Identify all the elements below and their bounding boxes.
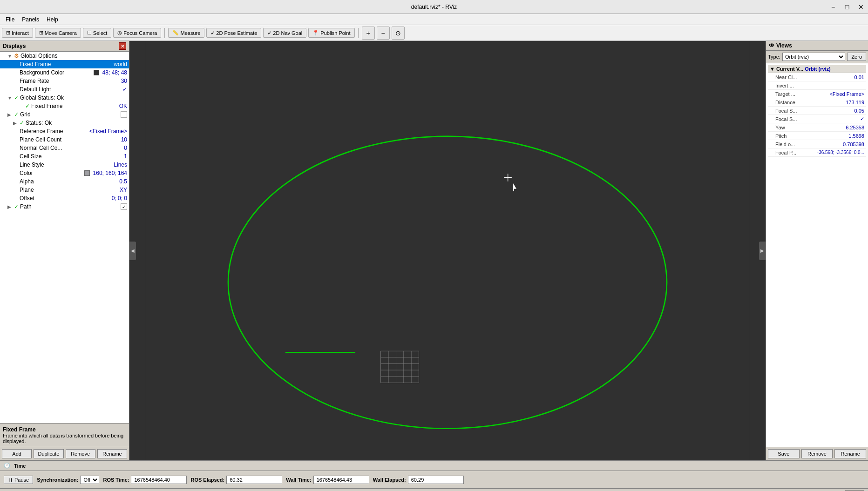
views-focal-point-item[interactable]: Focal P... -36.568; -3.3566; 0.0...: [768, 148, 866, 157]
settings-icon-button[interactable]: ⊙: [392, 27, 405, 40]
close-button[interactable]: ✕: [854, 0, 868, 14]
default-light-item[interactable]: Default Light ✓: [0, 85, 129, 94]
views-yaw-item[interactable]: Yaw 6.25358: [768, 123, 866, 132]
grid-ref-frame-item[interactable]: Reference Frame <Fixed Frame>: [0, 127, 129, 135]
remove-display-button[interactable]: Remove: [66, 449, 95, 458]
wall-time-value: 1676548464.43: [313, 476, 369, 484]
ros-time-section: ROS Time: 1676548464.40: [103, 476, 187, 484]
grid-ref-frame-label: Reference Frame: [20, 128, 88, 135]
measure-button[interactable]: 📏 Measure: [168, 28, 204, 38]
minimize-button[interactable]: −: [826, 0, 840, 14]
pose-estimate-button[interactable]: ➶ 2D Pose Estimate: [206, 28, 261, 38]
views-fov-item[interactable]: Field o... 0.785398: [768, 140, 866, 148]
pose-estimate-icon: ➶: [210, 30, 215, 36]
global-options-item[interactable]: ▼ ⚙ Global Options: [0, 52, 129, 60]
path-item[interactable]: ▶ ✓ Path ✓: [0, 202, 129, 211]
focus-camera-button[interactable]: ◎ Focus Camera: [113, 28, 161, 38]
rename-display-button[interactable]: Rename: [97, 449, 127, 458]
menu-file[interactable]: File: [2, 15, 18, 24]
grid-expand: ▶: [7, 112, 13, 117]
gs-ff-value: OK: [119, 103, 127, 109]
maximize-button[interactable]: □: [840, 0, 854, 14]
views-focal-shape-item[interactable]: Focal S... ✓: [768, 115, 866, 123]
normal-cell-count-label: Normal Cell Co...: [20, 145, 122, 151]
time-title: Time: [14, 463, 26, 469]
pause-icon: ⏸: [8, 477, 13, 483]
views-yaw-label: Yaw: [775, 125, 846, 130]
publish-point-label: Publish Point: [320, 30, 350, 36]
views-current-section[interactable]: ▼ Current V... Orbit (rviz): [768, 65, 866, 73]
grid-color-item[interactable]: Color 160; 160; 164: [0, 169, 129, 177]
offset-item[interactable]: Offset 0; 0; 0: [0, 194, 129, 202]
views-target-item[interactable]: Target ... <Fixed Frame>: [768, 90, 866, 98]
global-options-expand-icon: ▼: [7, 54, 13, 59]
views-invert-item[interactable]: Invert ...: [768, 81, 866, 90]
grid-color-label: Color: [20, 170, 84, 176]
publish-point-button[interactable]: 📍 Publish Point: [308, 28, 354, 38]
views-content: ▼ Current V... Orbit (rviz) Near Cl... 0…: [766, 63, 868, 447]
global-options-icon: ⚙: [14, 53, 19, 59]
interact-icon: ⊞: [6, 30, 10, 36]
views-zero-button[interactable]: Zero: [847, 53, 866, 61]
plane-item[interactable]: Plane XY: [0, 186, 129, 194]
status-title: Fixed Frame: [3, 426, 126, 433]
nav-goal-button[interactable]: ➶ 2D Nav Goal: [263, 28, 306, 38]
views-focal-size-item[interactable]: Focal S... 0.05: [768, 107, 866, 115]
global-status-fixed-frame-item[interactable]: ✓ Fixed Frame OK: [0, 102, 129, 110]
add-icon-button[interactable]: +: [362, 27, 375, 40]
views-near-clipping-value: 0.01: [854, 74, 864, 80]
grid-item[interactable]: ▶ ✓ Grid: [0, 110, 129, 119]
wall-elapsed-value: 60.29: [408, 476, 464, 484]
views-near-clipping-label: Near Cl...: [775, 74, 854, 80]
views-rename-button[interactable]: Rename: [834, 449, 866, 458]
views-focal-point-label: Focal P...: [775, 150, 817, 155]
views-remove-button[interactable]: Remove: [801, 449, 833, 458]
views-distance-item[interactable]: Distance 173.119: [768, 98, 866, 107]
time-panel: ⏸ Pause Synchronization: Off ROS Time: 1…: [0, 471, 868, 488]
collapse-right-button[interactable]: ▶: [759, 242, 766, 260]
grid-checkbox[interactable]: [121, 111, 127, 118]
cell-size-item[interactable]: Cell Size 1: [0, 152, 129, 161]
titlebar: default.rviz* - RViz − □ ✕: [0, 0, 868, 14]
grid-label: Grid: [20, 111, 121, 118]
views-pitch-item[interactable]: Pitch 1.5698: [768, 132, 866, 140]
path-label: Path: [20, 203, 121, 210]
global-status-check-icon: ✓: [14, 94, 19, 101]
views-distance-label: Distance: [775, 100, 846, 105]
views-near-clipping-item[interactable]: Near Cl... 0.01: [768, 73, 866, 81]
menu-panels[interactable]: Panels: [18, 15, 43, 24]
line-style-item[interactable]: Line Style Lines: [0, 161, 129, 169]
collapse-left-button[interactable]: ◀: [129, 242, 136, 260]
views-focal-shape-label: Focal S...: [775, 116, 860, 122]
path-expand: ▶: [7, 204, 13, 209]
fixed-frame-label: Fixed Frame: [20, 61, 112, 67]
interact-button[interactable]: ⊞ Interact: [2, 28, 33, 38]
alpha-item[interactable]: Alpha 0.5: [0, 177, 129, 186]
global-status-item[interactable]: ▼ ✓ Global Status: Ok: [0, 94, 129, 102]
grid-status-item[interactable]: ▶ ✓ Status: Ok: [0, 119, 129, 127]
duplicate-display-button[interactable]: Duplicate: [34, 449, 63, 458]
remove-icon-button[interactable]: −: [377, 27, 390, 40]
plane-cell-count-item[interactable]: Plane Cell Count 10: [0, 135, 129, 144]
fixed-frame-item[interactable]: Fixed Frame world: [0, 60, 129, 68]
views-target-value: <Fixed Frame>: [829, 91, 864, 97]
move-camera-button[interactable]: ⊞ Move Camera: [35, 28, 81, 38]
normal-cell-count-value: 0: [124, 145, 127, 151]
views-save-button[interactable]: Save: [768, 449, 800, 458]
add-display-button[interactable]: Add: [2, 449, 32, 458]
normal-cell-count-item[interactable]: Normal Cell Co... 0: [0, 144, 129, 152]
pause-button[interactable]: ⏸ Pause: [4, 476, 33, 484]
ros-elapsed-label: ROS Elapsed:: [190, 477, 224, 483]
menu-help[interactable]: Help: [43, 15, 62, 24]
displays-close-button[interactable]: ✕: [119, 42, 126, 50]
select-button[interactable]: ☐ Select: [83, 28, 112, 38]
offset-value: 0; 0; 0: [112, 195, 127, 202]
path-checkbox[interactable]: ✓: [121, 203, 127, 210]
sync-select[interactable]: Off: [80, 476, 99, 484]
views-type-select[interactable]: Orbit (rviz): [782, 53, 845, 61]
viewport[interactable]: ◀ ▶: [129, 41, 766, 460]
gs-ff-label: Fixed Frame: [31, 103, 117, 109]
frame-rate-item[interactable]: Frame Rate 30: [0, 77, 129, 85]
select-label: Select: [93, 30, 108, 36]
bg-color-item[interactable]: Background Color 48; 48; 48: [0, 68, 129, 77]
